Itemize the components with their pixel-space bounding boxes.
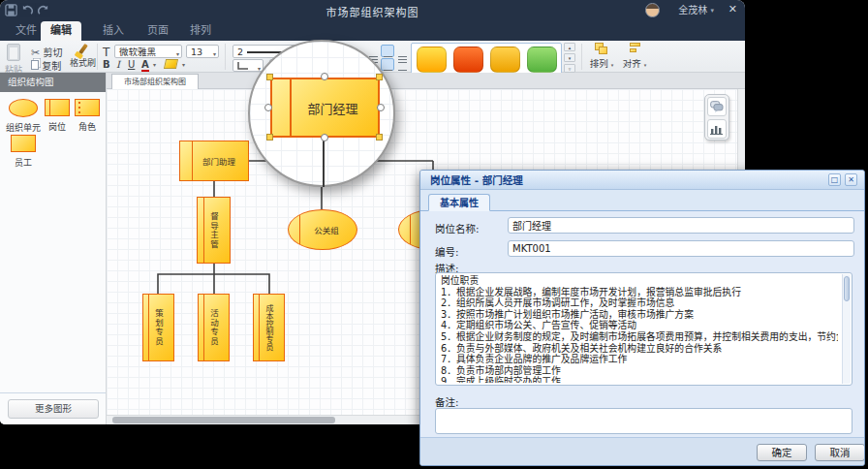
gallery-more-button[interactable]: ▿ <box>564 64 575 73</box>
selection-handle-sw[interactable] <box>266 134 273 141</box>
more-shapes-button[interactable]: 更多图形 <box>8 399 99 419</box>
bar-chart-icon <box>710 123 724 135</box>
arrange-button[interactable]: 排列 ▾ <box>587 43 616 71</box>
cancel-button[interactable]: 取消 <box>815 444 865 461</box>
chevron-down-icon: ▾ <box>710 7 714 15</box>
chevron-down-icon[interactable]: ▾ <box>182 61 185 68</box>
tab-edit[interactable]: 编辑 <box>41 21 81 41</box>
connection-point-top[interactable] <box>321 73 328 80</box>
font-size-select[interactable]: 13 ▾ <box>186 45 219 58</box>
chevron-down-icon: ▾ <box>213 48 216 60</box>
selection-handle-se[interactable] <box>376 134 383 141</box>
dialog-close-button[interactable]: ✕ <box>845 173 857 186</box>
shape-org-unit[interactable]: 组织单元 <box>4 99 43 134</box>
valign-middle-button[interactable] <box>381 58 394 71</box>
valign-bottom-button[interactable] <box>395 58 409 71</box>
gallery-down-button[interactable]: ▾ <box>564 53 575 62</box>
org-node-manager-selected[interactable]: 部门经理 <box>270 78 380 138</box>
font-tool-icon: T <box>103 46 109 59</box>
code-label: 编号: <box>435 244 459 259</box>
user-name: 全茂林 <box>678 5 707 16</box>
align-center-button[interactable] <box>381 45 394 57</box>
selection-handle-w[interactable] <box>264 104 272 111</box>
highlight-icon[interactable] <box>164 59 178 69</box>
tab-arrange[interactable]: 排列 <box>180 21 221 41</box>
shape-employee[interactable]: 员工 <box>4 135 43 169</box>
ok-button[interactable]: 确定 <box>757 444 807 461</box>
selection-handle-nw[interactable] <box>266 74 273 80</box>
connector-segment <box>323 139 325 187</box>
textarea-scrollbar[interactable] <box>842 274 851 384</box>
code-input[interactable] <box>508 240 854 257</box>
magnifier-loupe: 部门经理 <box>248 40 395 187</box>
org-node-planner[interactable]: 策划专员 <box>142 294 174 361</box>
comments-button[interactable] <box>707 97 727 116</box>
canvas-side-toolbar <box>704 94 729 141</box>
dialog-title-bar: 岗位属性 - 部门经理 <box>420 171 864 190</box>
chart-button[interactable] <box>707 119 727 139</box>
dialog-maximize-button[interactable]: □ <box>828 173 841 186</box>
selection-handle-e[interactable] <box>377 104 385 111</box>
comment-bubble-icon <box>710 101 724 112</box>
title-bar: 市场部组织架构图 全茂林 ▾ ✕ <box>0 0 745 21</box>
align-left-button[interactable] <box>366 45 380 57</box>
note-textarea[interactable] <box>435 408 852 434</box>
theme-swatch-orange[interactable] <box>453 47 483 73</box>
theme-swatch-green[interactable] <box>527 47 557 73</box>
chevron-down-icon: ▾ <box>611 62 614 68</box>
align-right-button[interactable] <box>395 45 409 57</box>
font-color-button[interactable]: A <box>141 59 149 72</box>
align-shapes-button[interactable]: 对齐 ▾ <box>620 43 649 71</box>
theme-gallery <box>411 43 562 75</box>
org-node-cost[interactable]: 成本控制专员 <box>253 294 285 361</box>
paste-button: 粘贴 <box>5 44 22 76</box>
format-painter-button[interactable]: 格式刷 <box>70 44 96 69</box>
name-label: 岗位名称: <box>435 221 480 235</box>
arrange-icon <box>595 43 608 54</box>
bold-button[interactable]: B <box>103 59 110 70</box>
dialog-footer: 确定 取消 <box>420 437 864 465</box>
description-textarea[interactable]: 岗位职责 1．根据企业发展战略，编制年度市场开发计划，报营销总监审批后执行 2．… <box>435 272 852 386</box>
textarea-scroll-thumb[interactable] <box>844 276 850 301</box>
tab-insert[interactable]: 插入 <box>93 21 134 41</box>
org-unit-shape-icon <box>9 99 38 117</box>
copy-icon <box>31 60 39 70</box>
scrollbar-thumb[interactable] <box>112 417 335 423</box>
underline-button[interactable]: U <box>128 59 135 70</box>
tab-basic-properties[interactable]: 基本属性 <box>428 194 490 211</box>
align-shapes-icon <box>628 43 641 54</box>
dialog-content: 岗位名称: 编号: 描述: 岗位职责 1．根据企业发展战略，编制年度市场开发计划… <box>420 211 864 439</box>
theme-swatch-gold[interactable] <box>490 47 520 73</box>
gallery-up-button[interactable]: ▴ <box>564 43 575 51</box>
brush-icon <box>78 44 88 54</box>
close-window-button[interactable]: ✕ <box>728 3 737 16</box>
italic-button[interactable]: I <box>116 59 120 70</box>
name-input[interactable] <box>508 217 854 234</box>
user-menu[interactable]: 全茂林 ▾ <box>678 3 714 18</box>
avatar[interactable] <box>645 3 660 17</box>
shape-library-panel: 组织结构图 组织单元 岗位 角色 员工 更多图形 <box>0 73 107 424</box>
org-node-assistant[interactable]: 部门助理 <box>179 141 249 181</box>
connector-type-select[interactable]: ▾ <box>232 59 264 72</box>
position-properties-dialog: 岗位属性 - 部门经理 □ ✕ 基本属性 岗位名称: 编号: 描述: 岗位职责 … <box>419 170 865 466</box>
elbow-connector-icon <box>236 61 250 71</box>
cut-button[interactable]: ✂ 剪切 <box>31 45 62 59</box>
dialog-tab-bar: 基本属性 <box>420 190 864 211</box>
paste-icon <box>7 44 20 61</box>
tab-page[interactable]: 页面 <box>138 21 178 41</box>
org-node-supervisor[interactable]: 督导主管 <box>197 197 231 264</box>
chevron-down-icon: ▾ <box>644 62 647 68</box>
post-shape-icon <box>45 99 70 116</box>
font-name-select[interactable]: 微软雅黑 ▾ <box>114 45 182 58</box>
connection-point-bottom[interactable] <box>321 134 328 141</box>
shape-post[interactable]: 岗位 <box>43 99 72 133</box>
copy-button[interactable]: 复制 <box>31 58 61 73</box>
note-label: 备注: <box>435 394 459 409</box>
chevron-down-icon[interactable]: ▾ <box>153 61 156 68</box>
theme-swatch-yellow[interactable] <box>417 47 447 73</box>
org-node-pr-group[interactable]: 公关组 <box>288 209 357 250</box>
shape-role[interactable]: 角色 <box>73 99 102 133</box>
shape-panel-header: 组织结构图 <box>0 73 106 92</box>
selection-handle-ne[interactable] <box>376 74 383 80</box>
org-node-activity[interactable]: 活动专员 <box>198 294 230 361</box>
